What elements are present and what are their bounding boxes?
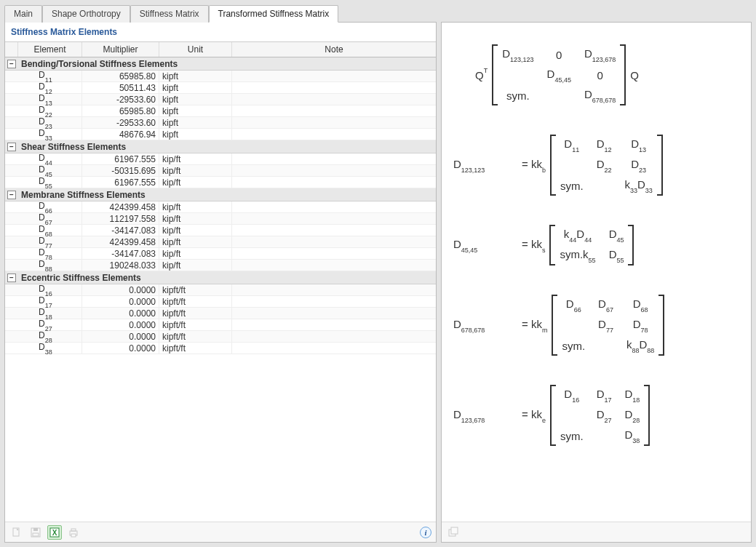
table-row[interactable]: D380.0000kipft/ft: [5, 343, 436, 354]
note-cell[interactable]: [232, 177, 436, 188]
element-cell[interactable]: D45: [5, 165, 82, 176]
element-cell[interactable]: D88: [5, 260, 82, 271]
unit-cell[interactable]: kip/ft: [159, 177, 232, 188]
unit-cell[interactable]: kip/ft: [159, 153, 232, 164]
collapse-icon[interactable]: −: [7, 274, 16, 282]
table-row[interactable]: D23-29533.60kipft: [5, 117, 436, 129]
element-cell[interactable]: D77: [5, 236, 82, 247]
multiplier-cell[interactable]: 424399.458: [82, 201, 159, 212]
note-cell[interactable]: [232, 296, 436, 307]
element-cell[interactable]: D55: [5, 177, 82, 188]
note-cell[interactable]: [232, 153, 436, 164]
note-cell[interactable]: [232, 213, 436, 224]
unit-cell[interactable]: kip/ft: [159, 165, 232, 176]
note-cell[interactable]: [232, 319, 436, 330]
unit-cell[interactable]: kip/ft: [159, 225, 232, 236]
collapse-icon[interactable]: −: [7, 143, 16, 151]
multiplier-cell[interactable]: -29533.60: [82, 117, 159, 128]
multiplier-cell[interactable]: 61967.555: [82, 153, 159, 164]
element-cell[interactable]: D27: [5, 319, 82, 330]
element-cell[interactable]: D28: [5, 331, 82, 342]
multiplier-cell[interactable]: 65985.80: [82, 105, 159, 116]
table-row[interactable]: D180.0000kipft/ft: [5, 308, 436, 319]
col-header-multiplier[interactable]: Multiplier: [82, 42, 159, 57]
unit-cell[interactable]: kip/ft: [159, 201, 232, 212]
element-cell[interactable]: D12: [5, 82, 82, 93]
table-row[interactable]: D5561967.555kip/ft: [5, 177, 436, 188]
save-icon[interactable]: [28, 525, 43, 540]
multiplier-cell[interactable]: -34147.083: [82, 248, 159, 259]
unit-cell[interactable]: kipft/ft: [159, 284, 232, 295]
table-row[interactable]: D45-50315.695kip/ft: [5, 165, 436, 177]
multiplier-cell[interactable]: 0.0000: [82, 284, 159, 295]
multiplier-cell[interactable]: -34147.083: [82, 225, 159, 236]
note-cell[interactable]: [232, 236, 436, 247]
element-cell[interactable]: D16: [5, 284, 82, 295]
collapse-icon[interactable]: −: [7, 60, 16, 68]
unit-cell[interactable]: kipft: [159, 129, 232, 140]
unit-cell[interactable]: kipft/ft: [159, 319, 232, 330]
table-row[interactable]: D67112197.558kip/ft: [5, 213, 436, 225]
export-excel-icon[interactable]: X: [47, 525, 62, 540]
element-cell[interactable]: D13: [5, 94, 82, 105]
element-cell[interactable]: D38: [5, 343, 82, 354]
element-cell[interactable]: D11: [5, 71, 82, 81]
unit-cell[interactable]: kipft: [159, 105, 232, 116]
element-cell[interactable]: D78: [5, 248, 82, 259]
unit-cell[interactable]: kipft: [159, 71, 232, 81]
note-cell[interactable]: [232, 225, 436, 236]
note-cell[interactable]: [232, 117, 436, 128]
unit-cell[interactable]: kipft: [159, 117, 232, 128]
group-row[interactable]: −Shear Stiffness Elements: [5, 140, 436, 153]
element-cell[interactable]: D17: [5, 296, 82, 307]
multiplier-cell[interactable]: 0.0000: [82, 331, 159, 342]
table-row[interactable]: D2265985.80kipft: [5, 105, 436, 117]
unit-cell[interactable]: kipft: [159, 94, 232, 105]
unit-cell[interactable]: kip/ft: [159, 248, 232, 259]
multiplier-cell[interactable]: 0.0000: [82, 296, 159, 307]
unit-cell[interactable]: kipft/ft: [159, 296, 232, 307]
multiplier-cell[interactable]: -50315.695: [82, 165, 159, 176]
col-header-unit[interactable]: Unit: [159, 42, 232, 57]
unit-cell[interactable]: kip/ft: [159, 236, 232, 247]
note-cell[interactable]: [232, 331, 436, 342]
note-cell[interactable]: [232, 260, 436, 271]
note-cell[interactable]: [232, 248, 436, 259]
multiplier-cell[interactable]: 424399.458: [82, 236, 159, 247]
element-cell[interactable]: D33: [5, 129, 82, 140]
table-row[interactable]: D170.0000kipft/ft: [5, 296, 436, 308]
unit-cell[interactable]: kipft/ft: [159, 308, 232, 319]
element-cell[interactable]: D67: [5, 213, 82, 224]
table-row[interactable]: D66424399.458kip/ft: [5, 201, 436, 213]
unit-cell[interactable]: kipft/ft: [159, 343, 232, 354]
table-row[interactable]: D77424399.458kip/ft: [5, 236, 436, 248]
tab-main[interactable]: Main: [4, 5, 42, 23]
info-icon[interactable]: i: [420, 527, 431, 538]
group-row[interactable]: −Membrane Stiffness Elements: [5, 188, 436, 201]
element-cell[interactable]: D68: [5, 225, 82, 236]
tab-transformed-stiffness-matrix[interactable]: Transformed Stiffness Matrix: [209, 5, 339, 23]
table-row[interactable]: D88190248.033kip/ft: [5, 260, 436, 271]
table-row[interactable]: D78-34147.083kip/ft: [5, 248, 436, 260]
group-row[interactable]: −Eccentric Stiffness Elements: [5, 271, 436, 284]
note-cell[interactable]: [232, 94, 436, 105]
note-cell[interactable]: [232, 165, 436, 176]
note-cell[interactable]: [232, 343, 436, 354]
table-row[interactable]: D270.0000kipft/ft: [5, 319, 436, 331]
table-row[interactable]: D3348676.94kipft: [5, 129, 436, 140]
tab-shape-orthotropy[interactable]: Shape Orthotropy: [42, 5, 130, 23]
multiplier-cell[interactable]: 190248.033: [82, 260, 159, 271]
unit-cell[interactable]: kip/ft: [159, 213, 232, 224]
table-row[interactable]: D1165985.80kipft: [5, 71, 436, 82]
multiplier-cell[interactable]: 50511.43: [82, 82, 159, 93]
element-cell[interactable]: D66: [5, 201, 82, 212]
multiplier-cell[interactable]: 48676.94: [82, 129, 159, 140]
unit-cell[interactable]: kipft/ft: [159, 331, 232, 342]
group-row[interactable]: −Bending/Torsional Stiffness Elements: [5, 57, 436, 71]
element-cell[interactable]: D18: [5, 308, 82, 319]
table-row[interactable]: D1250511.43kipft: [5, 82, 436, 94]
new-file-icon[interactable]: [9, 525, 24, 540]
note-cell[interactable]: [232, 308, 436, 319]
multiplier-cell[interactable]: 0.0000: [82, 308, 159, 319]
col-header-note[interactable]: Note: [232, 42, 436, 57]
